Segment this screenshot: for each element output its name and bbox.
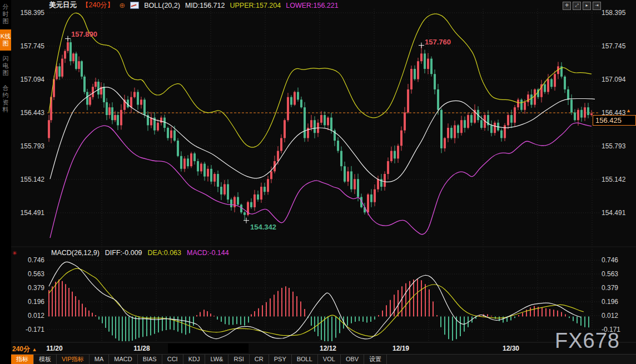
main-y-axis-label-right: 157.094 <box>602 76 625 83</box>
main-y-axis-label-left: 158.395 <box>14 9 44 17</box>
x-axis-date-label: 12/12 <box>317 345 339 352</box>
boll-upper-value: UPPER:157.204 <box>230 2 281 9</box>
boll-lower-value: LOWER:156.221 <box>286 2 339 9</box>
symbol-title: 美元日元 <box>49 1 77 10</box>
macd-y-axis-label-left: -0.171 <box>14 326 44 333</box>
macd-y-axis-label-right: 0.012 <box>602 312 618 320</box>
x-axis-date-label: 11/20 <box>43 345 66 352</box>
sidebar-item-tab[interactable]: 合约资料 <box>0 81 11 117</box>
macd-header: MACD(26,12,9) DIFF:-0.009 DEA:0.063 MACD… <box>51 249 229 257</box>
main-y-axis-label-left: 155.793 <box>14 142 44 150</box>
main-y-axis-label-right: 154.491 <box>602 209 625 217</box>
toolbar-button[interactable]: VOL <box>318 355 341 364</box>
fit-chart-icon[interactable]: ✛ <box>563 2 571 10</box>
add-indicator-icon[interactable]: ⊕ <box>119 1 125 9</box>
main-y-axis-label-left: 157.094 <box>14 76 44 83</box>
main-y-axis-label-right: 157.745 <box>602 42 625 50</box>
x-axis-date-label: 11/28 <box>131 345 153 352</box>
macd-y-axis-label-left: 0.563 <box>14 270 44 278</box>
toolbar-button[interactable]: BOLL <box>292 355 318 364</box>
macd-y-axis-label-left: 0.196 <box>14 298 44 306</box>
main-y-axis-label-left: 156.443 <box>14 109 44 117</box>
macd-y-axis-label-left: 0.379 <box>14 284 44 292</box>
macd-y-axis-label-left: 0.012 <box>14 312 44 320</box>
boll-label: BOLL(20,2) <box>144 2 180 9</box>
toolbar-button[interactable]: VIP指标 <box>57 355 90 364</box>
sidebar-item-tab[interactable]: 分时图 <box>0 0 11 28</box>
macd-y-axis-label-right: 0.196 <box>602 298 618 306</box>
auto-shift-icon[interactable]: ▸ <box>583 2 591 10</box>
chart-header: 美元日元 【240分】 ⊕ BOLL(20,2) MID:156.712 UPP… <box>49 1 339 9</box>
chart-type-icon[interactable] <box>130 2 139 9</box>
main-y-axis-label-right: 155.793 <box>602 142 625 150</box>
boll-mid-value: MID:156.712 <box>185 2 225 9</box>
toolbar-button[interactable]: PSY <box>269 355 292 364</box>
sidebar-item-active[interactable]: K线图 <box>0 29 11 51</box>
period-selector[interactable]: 240分 ▲ <box>12 345 37 354</box>
redacted-box <box>168 343 249 353</box>
toolbar-button[interactable]: LW& <box>205 355 228 364</box>
toolbar-button[interactable]: MA <box>90 355 110 364</box>
toolbar-button[interactable]: 指标 <box>11 355 34 364</box>
toolbar-button[interactable]: RSI <box>228 355 249 364</box>
main-y-axis-label-right: 155.142 <box>602 176 625 183</box>
x-axis-date-label: 12/30 <box>500 345 522 352</box>
scale-x-axis-icon[interactable]: ⤢ <box>573 2 581 10</box>
trading-app-window: 美元日元 【240分】 ⊕ BOLL(20,2) MID:156.712 UPP… <box>0 0 636 364</box>
toolbar-button[interactable]: BIAS <box>138 355 162 364</box>
watermark: FX678 <box>555 329 620 353</box>
toolbar-button[interactable]: CR <box>250 355 269 364</box>
macd-y-axis-label-right: 0.379 <box>602 284 618 292</box>
toolbar-button[interactable]: 模板 <box>34 355 57 364</box>
go-latest-icon[interactable]: ⇥ <box>593 2 601 10</box>
toolbar-button[interactable]: OBV <box>341 355 364 364</box>
price-marker-icon: ▲ <box>626 108 631 113</box>
toolbar-button[interactable]: MACD <box>109 355 137 364</box>
macd-y-axis-label-left: 0.746 <box>14 256 44 264</box>
period-badge[interactable]: 【240分】 <box>82 1 114 10</box>
price-annotation: 157.890 <box>71 30 97 38</box>
chart-tools: ✛⤢▸⇥ <box>563 2 601 10</box>
macd-title: MACD(26,12,9) <box>51 249 100 257</box>
macd-dea-value: DEA:0.063 <box>148 249 181 257</box>
alarm-icon[interactable]: ✳ <box>12 250 17 256</box>
price-annotation: 154.342 <box>250 223 276 231</box>
main-y-axis-label-left: 155.142 <box>14 176 44 183</box>
sidebar-item-tab[interactable]: 闪电图 <box>0 52 11 80</box>
toolbar-button[interactable]: CCI <box>162 355 183 364</box>
toolbar-button[interactable]: KDJ <box>183 355 206 364</box>
chart-canvas[interactable] <box>0 0 636 364</box>
macd-diff-value: DIFF:-0.009 <box>105 249 142 257</box>
last-price-box: 156.425 <box>593 115 636 126</box>
bottom-toolbar: 指标模板VIP指标MAMACDBIASCCIKDJLW&RSICRPSYBOLL… <box>11 354 636 364</box>
main-y-axis-label-left: 154.491 <box>14 209 44 217</box>
price-annotation: 157.760 <box>425 38 451 46</box>
toolbar-button[interactable]: 设置 <box>364 355 387 364</box>
x-axis-date-label: 12/19 <box>390 345 412 352</box>
main-y-axis-label-left: 157.745 <box>14 42 44 50</box>
macd-y-axis-label-right: 0.746 <box>602 256 618 264</box>
macd-y-axis-label-right: 0.563 <box>602 270 618 278</box>
macd-macd-value: MACD:-0.144 <box>187 249 229 257</box>
left-sidebar: 分时图K线图闪电图合约资料 <box>0 0 11 364</box>
main-y-axis-label-right: 158.395 <box>602 9 625 17</box>
